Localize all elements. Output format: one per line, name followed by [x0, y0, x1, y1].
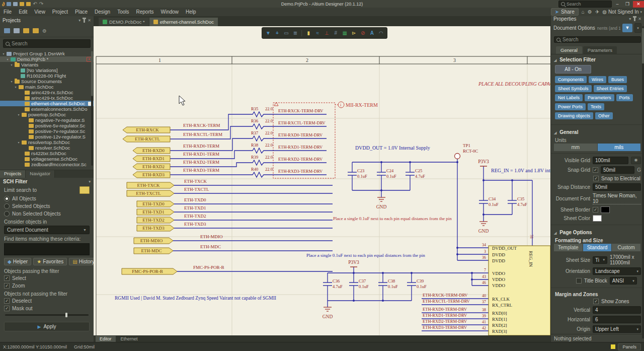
filter-sheet-entries-button[interactable]: Sheet Entries	[594, 85, 627, 92]
checkbox-icon[interactable]: ✓	[593, 207, 598, 213]
redo-icon[interactable]: ↷	[39, 1, 43, 7]
tree-item-flight[interactable]: R100228-00 Flight	[0, 73, 94, 79]
filter-icon[interactable]: ▼	[622, 24, 632, 32]
checkbox-icon[interactable]: ✓	[593, 299, 599, 304]
panel-menu-icon[interactable]: ▾	[629, 17, 631, 21]
filter-other-button[interactable]: Other	[595, 112, 613, 119]
tree-item-zedboardfmc[interactable]: zedboardfmcconnector.Sc	[0, 162, 94, 167]
tree-scrollbar[interactable]	[91, 51, 93, 166]
radio-selected-objects[interactable]: Selected Objects	[0, 202, 94, 210]
scope-dropdown[interactable]: Current Document▼	[4, 226, 90, 234]
select-icon[interactable]: ▭	[282, 30, 290, 36]
tab-demo-pcbdoc[interactable]: DEMO.PcbDoc *	[99, 18, 149, 26]
radio-all-objects[interactable]: All Objects	[0, 195, 94, 202]
filter-power-ports-button[interactable]: Power Ports	[555, 103, 586, 110]
tab-ethernet-channel-schdoc[interactable]: ethernet-channel.SchDoc	[149, 18, 218, 26]
tab-editor[interactable]: Editor	[96, 336, 116, 342]
menu-reports[interactable]: Reports	[133, 9, 157, 15]
rgmii-note[interactable]: RGMII Used | David M. Stated Zedboard Zy…	[115, 296, 276, 301]
units-mm[interactable]: mm	[554, 144, 598, 151]
port-icon[interactable]: ⊳	[350, 30, 358, 36]
compile-icon[interactable]	[14, 28, 20, 33]
placement-note-blue[interactable]: Place a single 0.1uF next to each pin eq…	[306, 253, 425, 258]
menu-window[interactable]: Window	[157, 9, 183, 15]
filter-ports-button[interactable]: Ports	[616, 94, 633, 101]
slider-thumb[interactable]	[65, 313, 67, 317]
criteria-input[interactable]	[4, 243, 90, 255]
folder-settings-icon[interactable]	[33, 28, 39, 33]
snap-grid-input[interactable]: 50mil	[601, 166, 634, 174]
menu-place[interactable]: Place	[71, 9, 91, 15]
properties-scrollbar[interactable]	[642, 26, 644, 338]
tree-item-rs422txr[interactable]: rs422txr.SchDoc	[0, 151, 94, 156]
close-button[interactable]: ✕	[633, 1, 644, 8]
tree-item-main-schdoc[interactable]: ▾main.SchDoc	[0, 84, 94, 90]
sheet-border-color-swatch[interactable]	[601, 206, 610, 213]
tab-projects[interactable]: Projects	[0, 170, 26, 178]
mask-level-icon[interactable]	[611, 344, 615, 349]
filter-sheet-symbols-button[interactable]: Sheet Symbols	[555, 85, 592, 92]
apply-button[interactable]: ▶ Apply	[4, 322, 90, 331]
checkbox-zoom[interactable]: ✓Zoom	[0, 282, 94, 290]
arc-icon[interactable]: ◠	[377, 30, 385, 36]
projects-search-input[interactable]: Search	[3, 39, 91, 48]
general-section[interactable]: ◢ General	[551, 127, 644, 136]
chevron-down-icon[interactable]: ▾	[89, 180, 91, 184]
tree-item-source-documents[interactable]: ▾Source Documents	[0, 79, 94, 84]
tree-item-pos12v[interactable]: positive-12v-regulator.S	[0, 134, 94, 139]
close-panel-icon[interactable]: ✕	[88, 18, 91, 23]
part-icon[interactable]: ▮	[304, 30, 312, 36]
orientation-dropdown[interactable]: Landscape▾	[593, 267, 641, 275]
dvdd-note[interactable]: DVDD_OUT = 1.0V Internal Supply	[355, 145, 430, 151]
settings-gear-icon[interactable]: ⚙	[42, 28, 47, 34]
tree-item-powertop[interactable]: ▾powertop.SchDoc	[0, 112, 94, 117]
mask-level-icon[interactable]	[79, 186, 90, 194]
document-font-link[interactable]: Times New Roman, 10	[593, 193, 641, 204]
signin-menu[interactable]: ◍ Not Signed In ▾	[602, 9, 642, 15]
close-panel-icon[interactable]: ✕	[638, 17, 641, 21]
menu-design[interactable]: Design	[91, 9, 114, 15]
home-icon[interactable]: ⌂	[582, 9, 585, 15]
pin-icon[interactable]	[634, 17, 635, 21]
gnd-label[interactable]: GND	[376, 204, 387, 209]
schematic-canvas[interactable]: ▼ + ▭ ≣ │ ▮ ≈ ⊥ # ▦ ⊳ ⊘ A ◠	[94, 26, 551, 335]
tab-parameters[interactable]: Parameters	[583, 46, 617, 54]
radio-non-selected-objects[interactable]: Non Selected Objects	[0, 210, 94, 218]
filter-texts-button[interactable]: Texts	[588, 103, 604, 110]
snap-distance-input[interactable]: 50mil	[593, 183, 641, 191]
chevron-down-icon[interactable]: ▾	[634, 23, 641, 33]
checkbox-icon[interactable]: ✓	[576, 278, 582, 284]
menu-tools[interactable]: Tools	[114, 9, 132, 15]
filter-parameters-button[interactable]: Parameters	[585, 94, 614, 101]
panels-button[interactable]: Panels	[618, 343, 641, 350]
open-project-icon[interactable]	[26, 2, 31, 6]
gnd-label[interactable]: GND	[323, 314, 333, 319]
open-document-icon[interactable]	[13, 2, 18, 6]
mask-slider[interactable]	[5, 314, 89, 316]
tree-item-resolver[interactable]: resolver.SchDoc	[0, 145, 94, 151]
favorites-button[interactable]: ★Favorites	[33, 258, 67, 265]
horizontal-input[interactable]: 6	[593, 316, 641, 323]
p3v3-label[interactable]: P3V3	[478, 159, 489, 164]
tree-item-workspace[interactable]: ▾Project Group 1.DsnWrk	[0, 51, 94, 56]
title-block-dropdown[interactable]: ANSI▾	[610, 277, 637, 285]
p3v3-label[interactable]: P3V3	[348, 260, 359, 265]
open-folder-icon[interactable]	[20, 2, 24, 6]
mode-custom[interactable]: Custom	[612, 244, 641, 251]
align-icon[interactable]: ≣	[291, 30, 299, 36]
undo-icon[interactable]: ↶	[33, 1, 37, 7]
checkbox-deselect[interactable]: ✓Deselect	[0, 297, 94, 305]
helper-button[interactable]: ◆Helper	[4, 258, 31, 265]
tree-item-arinc429-rx[interactable]: arinc429-rx.SchDoc	[0, 90, 94, 95]
filter-drawing-objects-button[interactable]: Drawing objects	[555, 112, 593, 119]
checkbox-icon[interactable]: ✓	[593, 167, 598, 173]
menu-file[interactable]: File	[0, 9, 15, 15]
placement-note-red[interactable]: Place a single 0.1uF next to each pin eq…	[333, 216, 452, 221]
folder-icon[interactable]	[23, 28, 29, 33]
test-point[interactable]	[455, 154, 460, 159]
filter-components-button[interactable]: Components	[555, 76, 587, 83]
save-icon[interactable]	[7, 2, 11, 6]
global-search-input[interactable]: Search	[558, 1, 612, 8]
eye-icon[interactable]: ◉	[631, 157, 641, 164]
origin-dropdown[interactable]: Upper Left▾	[593, 325, 641, 333]
